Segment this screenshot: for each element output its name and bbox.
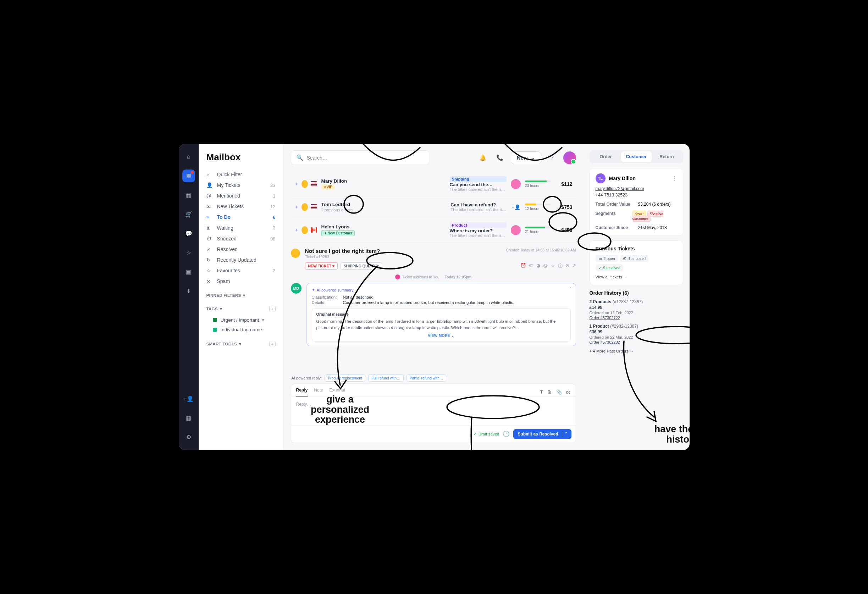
section-pinned-filters[interactable]: PINNED FILTERS ▾ <box>199 288 283 299</box>
ticket-status-chip[interactable]: ▭ 2 open <box>596 255 618 262</box>
reply-suggestion-chip[interactable]: Product replacement <box>325 374 365 382</box>
rail-archive-icon[interactable]: ⬇ <box>182 284 195 297</box>
sidebar-item-waiting[interactable]: ⧗Waiting3 <box>199 223 283 233</box>
rail-mailbox-icon[interactable]: ✉ <box>182 170 195 182</box>
block-icon[interactable]: ⊘ <box>565 263 569 269</box>
alarm-icon[interactable]: ⏰ <box>520 263 526 269</box>
format-icon[interactable]: T <box>540 389 543 395</box>
reply-suggestion-chip[interactable]: Full refund with… <box>368 374 404 382</box>
rail-home-icon[interactable]: ⌂ <box>182 150 195 163</box>
tag-label: Individual tag name <box>221 327 262 332</box>
at-icon: @ <box>207 193 214 199</box>
panel-tabs: Order Customer Return <box>589 150 683 163</box>
customer-initials-avatar: TL <box>596 173 605 183</box>
assign-icon[interactable]: +👤 <box>512 204 520 210</box>
merchant-logo-icon <box>291 249 300 258</box>
ticket-row[interactable]: ✦ Tom Ledford2 previous orders Can i hav… <box>291 197 576 217</box>
phone-icon[interactable]: 📞 <box>494 152 506 164</box>
tab-customer[interactable]: Customer <box>621 152 652 162</box>
submit-dropdown-icon[interactable]: ˄ <box>562 432 567 436</box>
sidebar-item-snoozed[interactable]: ⏱Snoozed98 <box>199 233 283 244</box>
ticket-status-chip[interactable]: ✓ 9 resolved <box>596 264 623 271</box>
rail-profile-icon[interactable]: ▣ <box>182 265 195 278</box>
mention-icon[interactable]: @ <box>543 263 548 269</box>
chip-icon: ⏱ <box>623 256 627 261</box>
attachment-icon[interactable]: 📎 <box>556 389 562 395</box>
schedule-icon[interactable]: 🕘 <box>503 430 510 437</box>
info-icon[interactable]: ⓘ <box>558 263 562 269</box>
rail-chat-icon[interactable]: 💬 <box>182 227 195 240</box>
order-history-entry[interactable]: 1 Product (#2982-12387) £36.99 Ordered o… <box>589 324 683 345</box>
sidebar-item-to-do[interactable]: ≡To Do6 <box>199 212 283 223</box>
original-message-body: Good morning. The description of the lam… <box>316 318 566 331</box>
ticket-row[interactable]: ✦ Helen Lyons✦ New Customer Product Wher… <box>291 217 576 243</box>
submit-button[interactable]: Submit as Resolved˄ <box>513 429 571 439</box>
ticket-list: ✦ Mary Dillon☆VIP Shipping Can you send … <box>284 171 583 243</box>
ticket-sender: Helen Lyons <box>321 224 446 230</box>
sidebar-item-resolved[interactable]: ✓Resolved <box>199 244 283 255</box>
ticket-row[interactable]: ✦ Mary Dillon☆VIP Shipping Can you send … <box>291 171 576 197</box>
new-button[interactable]: New⌄ <box>511 152 541 164</box>
tag-item[interactable]: Urgent / Important▾ <box>199 315 283 325</box>
rail-cart-icon[interactable]: 🛒 <box>182 208 195 221</box>
order-history-entry[interactable]: 2 Products (#12837-12387) £14.98 Ordered… <box>589 299 683 320</box>
sidebar-item-quick-filter[interactable]: ⌕Quick Filter <box>199 169 283 180</box>
add-tag-button[interactable]: + <box>269 306 276 312</box>
reply-suggestion-chip[interactable]: Partial refund with… <box>406 374 447 382</box>
assignee-avatar-icon[interactable]: ◕ <box>536 263 540 269</box>
section-smart-tools[interactable]: SMART TOOLS ▾+ <box>199 336 283 349</box>
share-icon[interactable]: ↗ <box>572 263 576 269</box>
star-icon: ☆ <box>207 268 214 273</box>
clock-icon: ⏱ <box>207 236 214 242</box>
new-ticket-pill[interactable]: NEW TICKET ▾ <box>305 262 338 270</box>
sparkle-icon: ✦ <box>294 204 299 210</box>
sidebar-item-recently-updated[interactable]: ↻Recently Updated <box>199 255 283 265</box>
add-smart-tool-button[interactable]: + <box>269 341 276 347</box>
sla-progress-bar <box>525 227 551 228</box>
order-link[interactable]: Order #57302722 <box>589 315 620 320</box>
sidebar-item-my-tickets[interactable]: 👤My Tickets23 <box>199 180 283 190</box>
nav-rail: ⌂ ✉ ▦ 🛒 💬 ☆ ▣ ⬇ +👤 ▦ ⚙ <box>179 144 199 450</box>
user-avatar[interactable] <box>563 152 576 164</box>
template-icon[interactable]: 🗎 <box>547 389 552 395</box>
more-past-orders-link[interactable]: + 4 More Past Orders → <box>589 349 634 353</box>
sidebar-item-new-tickets[interactable]: ✉New Tickets12 <box>199 201 283 212</box>
tag-item[interactable]: Individual tag name <box>199 325 283 335</box>
order-link[interactable]: Order #57302282 <box>589 340 620 344</box>
customer-menu-icon[interactable]: ⋮ <box>672 175 677 182</box>
ai-details-value: Customer ordered a lamp in oil rubbed br… <box>343 301 571 305</box>
search-field[interactable]: 🔍 <box>291 150 429 165</box>
sidebar-item-label: New Tickets <box>217 203 244 209</box>
original-message-heading: Original message <box>316 312 566 316</box>
star-icon[interactable]: ☆ <box>551 263 555 269</box>
notifications-icon[interactable]: 🔔 <box>477 152 489 164</box>
shipping-query-pill[interactable]: SHIPPING QUERY ▾ <box>341 262 382 270</box>
collapse-icon[interactable]: ˄ <box>569 287 571 292</box>
merchant-logo-icon <box>301 226 308 234</box>
section-tags[interactable]: TAGS ▾+ <box>199 301 283 314</box>
sidebar-item-spam[interactable]: ⊘Spam <box>199 276 283 286</box>
customer-email[interactable]: mary.dillon72@gmail.com <box>596 186 677 191</box>
assignment-banner: Ticket assigned to You Today 12:05pm <box>291 274 576 279</box>
rail-star-icon[interactable]: ☆ <box>182 246 195 259</box>
rail-settings-icon[interactable]: ⚙ <box>182 431 195 444</box>
sidebar-item-favourites[interactable]: ☆Favourites2 <box>199 265 283 276</box>
search-input[interactable] <box>307 155 424 161</box>
sidebar-item-mentioned[interactable]: @Mentioned1 <box>199 190 283 201</box>
tag-icon[interactable]: 🏷 <box>529 263 533 269</box>
ai-classification-value: Not as described <box>343 295 571 299</box>
sla-hours: 21 hours <box>525 230 551 234</box>
ticket-status-chip[interactable]: ⏱ 1 snoozed <box>620 255 648 262</box>
rail-add-user-icon[interactable]: +👤 <box>182 392 195 405</box>
tab-return[interactable]: Return <box>652 152 682 162</box>
help-icon[interactable]: ? <box>546 152 558 164</box>
view-all-tickets-link[interactable]: View all tickets → <box>596 275 627 279</box>
ticket-subject: Product Where is my order? <box>450 223 506 233</box>
tab-order[interactable]: Order <box>590 152 621 162</box>
ticket-amount: $458 <box>555 227 573 233</box>
rail-analytics-icon[interactable]: ▦ <box>182 189 195 202</box>
customer-since-label: Customer Since <box>596 225 638 230</box>
rail-apps-icon[interactable]: ▦ <box>182 412 195 424</box>
cc-button[interactable]: cc <box>566 389 571 395</box>
view-more-button[interactable]: VIEW MORE ⌄ <box>316 334 566 338</box>
